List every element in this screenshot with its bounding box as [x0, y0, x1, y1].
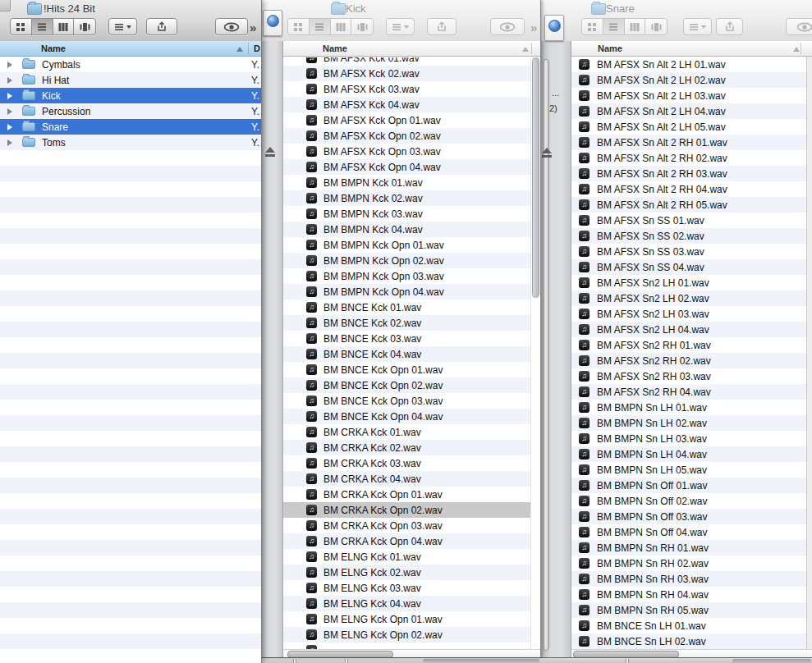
vertical-scrollbar-thumb[interactable]: [532, 57, 539, 298]
toolbar-overflow-chevrons[interactable]: »: [250, 21, 256, 34]
file-row[interactable]: ♫BM BMPN Kck Opn 03.wav: [283, 268, 540, 284]
vertical-scrollbar-track[interactable]: [806, 57, 812, 649]
vertical-scrollbar-track[interactable]: [530, 57, 540, 649]
file-row[interactable]: ♫BM AFSX Sn Alt 2 LH 03.wav: [571, 88, 812, 103]
file-row[interactable]: ♫BM CRKA Kck Opn 04.wav: [283, 533, 540, 549]
file-row-partial[interactable]: ♫: [283, 642, 540, 649]
file-row[interactable]: ♫BM CRKA Kck Opn 01.wav: [283, 487, 540, 502]
file-row[interactable]: ♫BM AFSX Sn SS 01.wav: [571, 213, 812, 228]
file-row[interactable]: ♫BM CRKA Kck Opn 02.wav: [283, 502, 540, 518]
file-row[interactable]: ♫BM BMPN Sn RH 04.wav: [571, 587, 812, 602]
file-row[interactable]: ♫BM AFSX Sn2 LH 04.wav: [571, 322, 812, 337]
column-separator[interactable]: [531, 43, 532, 54]
file-row[interactable]: ♫BM BMPN Sn RH 03.wav: [571, 571, 812, 587]
file-row[interactable]: ♫BM BMPN Sn RH 01.wav: [571, 540, 812, 556]
column-view-button[interactable]: [53, 19, 75, 34]
name-column-header[interactable]: Name: [283, 41, 540, 57]
file-row[interactable]: ♫BM BMPN Sn RH 02.wav: [571, 556, 812, 571]
file-row[interactable]: ♫BM BMPN Kck Opn 04.wav: [283, 284, 540, 299]
file-row[interactable]: ♫BM ELNG Kck Opn 02.wav: [283, 627, 540, 642]
arrange-button[interactable]: [386, 18, 415, 35]
file-row[interactable]: ♫BM BMPN Kck 02.wav: [283, 190, 540, 206]
file-row[interactable]: ♫BM CRKA Kck Opn 03.wav: [283, 518, 540, 533]
arrange-button[interactable]: [108, 18, 137, 35]
file-row[interactable]: ♫BM AFSX Kck 01.wav: [283, 57, 540, 66]
file-row[interactable]: ♫BM AFSX Sn Alt 2 RH 01.wav: [571, 135, 812, 150]
file-row[interactable]: ♫BM AFSX Sn2 RH 04.wav: [571, 384, 812, 400]
horizontal-scrollbar-thumb[interactable]: [287, 651, 393, 657]
file-row[interactable]: ♫BM BMPN Sn Off 03.wav: [571, 509, 812, 524]
list-view-button[interactable]: [603, 19, 625, 34]
kick-titlebar[interactable]: Kick »: [261, 0, 540, 42]
disclosure-triangle-icon[interactable]: [7, 93, 12, 99]
file-row[interactable]: ♫BM BMPN Sn Off 01.wav: [571, 478, 812, 493]
folder-row[interactable]: PercussionY...: [0, 103, 261, 119]
file-row[interactable]: ♫BM BMPN Sn LH 04.wav: [571, 446, 812, 462]
file-row[interactable]: ♫BM BNCE Kck 01.wav: [283, 299, 540, 315]
snare-titlebar[interactable]: Snare: [540, 0, 812, 42]
file-row[interactable]: ♫BM AFSX Sn2 LH 01.wav: [571, 275, 812, 290]
file-row[interactable]: ♫BM AFSX Sn2 RH 02.wav: [571, 353, 812, 368]
quick-look-button[interactable]: [490, 18, 525, 35]
file-row[interactable]: ♫BM AFSX Kck Opn 03.wav: [283, 144, 540, 159]
column-view-button[interactable]: [625, 19, 646, 34]
file-row[interactable]: ♫BM BMPN Sn LH 02.wav: [571, 415, 812, 431]
file-row[interactable]: ♫BM AFSX Kck Opn 02.wav: [283, 128, 540, 144]
file-row[interactable]: ♫BM AFSX Sn SS 03.wav: [571, 244, 812, 259]
file-row[interactable]: ♫BM AFSX Sn Alt 2 LH 02.wav: [571, 72, 812, 88]
list-view-button[interactable]: [310, 19, 331, 34]
file-row[interactable]: ♫BM BMPN Sn LH 01.wav: [571, 400, 812, 415]
file-row[interactable]: ♫BM AFSX Kck 02.wav: [283, 66, 540, 81]
column-separator[interactable]: [248, 43, 249, 54]
name-column-header[interactable]: Name D: [0, 41, 261, 57]
file-row[interactable]: ♫BM BMPN Sn LH 03.wav: [571, 431, 812, 446]
disclosure-triangle-icon[interactable]: [7, 62, 12, 68]
file-row[interactable]: ♫BM BMPN Kck Opn 02.wav: [283, 253, 540, 268]
file-row[interactable]: ♫BM BMPN Sn Off 04.wav: [571, 524, 812, 540]
file-row[interactable]: ♫BM AFSX Sn Alt 2 RH 02.wav: [571, 150, 812, 166]
file-row[interactable]: ♫BM ELNG Kck 03.wav: [283, 580, 540, 596]
file-row[interactable]: ♫BM AFSX Sn Alt 2 LH 04.wav: [571, 103, 812, 119]
disclosure-triangle-icon[interactable]: [7, 77, 12, 84]
file-row[interactable]: ♫BM BNCE Kck Opn 01.wav: [283, 362, 540, 377]
file-row[interactable]: ♫BM BNCE Sn LH 02.wav: [571, 633, 812, 649]
file-row[interactable]: ♫BM BNCE Kck 04.wav: [283, 346, 540, 362]
file-row[interactable]: ♫BM BMPN Sn Off 02.wav: [571, 493, 812, 509]
file-row[interactable]: ♫BM BNCE Kck Opn 03.wav: [283, 393, 540, 409]
disclosure-triangle-icon[interactable]: [7, 124, 12, 130]
file-row[interactable]: ♫BM AFSX Kck 03.wav: [283, 81, 540, 97]
quick-look-button[interactable]: [215, 18, 248, 35]
folder-row[interactable]: TomsY...: [0, 135, 261, 150]
file-row[interactable]: ♫BM BMPN Kck 03.wav: [283, 206, 540, 222]
name-column-header[interactable]: Name: [571, 41, 812, 57]
share-button[interactable]: [716, 18, 743, 35]
folder-row[interactable]: SnareY...: [0, 119, 261, 135]
horizontal-scrollbar[interactable]: [283, 649, 540, 657]
file-row[interactable]: ♫BM AFSX Sn Alt 2 RH 05.wav: [571, 197, 812, 213]
column-view-button[interactable]: [331, 19, 352, 34]
coverflow-view-button[interactable]: [645, 19, 667, 34]
file-row[interactable]: ♫BM AFSX Kck 04.wav: [283, 97, 540, 112]
file-row[interactable]: ♫BM BNCE Sn LH 01.wav: [571, 618, 812, 633]
eject-icon[interactable]: [264, 147, 275, 157]
file-row[interactable]: ♫BM AFSX Sn Alt 2 RH 03.wav: [571, 166, 812, 181]
horizontal-scrollbar[interactable]: [571, 649, 812, 657]
file-row[interactable]: ♫BM BMPN Sn LH 05.wav: [571, 462, 812, 478]
file-row[interactable]: ♫BM BNCE Kck Opn 04.wav: [283, 409, 540, 424]
file-row[interactable]: ♫BM AFSX Sn2 RH 01.wav: [571, 337, 812, 353]
icon-view-button[interactable]: [288, 19, 310, 34]
file-row[interactable]: ♫BM CRKA Kck 04.wav: [283, 471, 540, 487]
file-row[interactable]: ♫BM AFSX Sn Alt 2 LH 05.wav: [571, 119, 812, 135]
file-row[interactable]: ♫BM AFSX Kck Opn 01.wav: [283, 112, 540, 128]
disclosure-triangle-icon[interactable]: [7, 108, 12, 115]
hits-titlebar[interactable]: !Hits 24 Bit »: [0, 0, 261, 42]
file-row[interactable]: ♫BM BMPN Kck Opn 01.wav: [283, 237, 540, 253]
share-button[interactable]: [146, 18, 177, 35]
horizontal-scrollbar-thumb[interactable]: [573, 651, 679, 657]
file-row[interactable]: ♫BM ELNG Kck Opn 01.wav: [283, 611, 540, 627]
file-row[interactable]: ♫BM BMPN Kck 04.wav: [283, 222, 540, 237]
coverflow-view-button[interactable]: [74, 19, 95, 34]
file-row[interactable]: ♫BM ELNG Kck 01.wav: [283, 549, 540, 565]
column-separator[interactable]: [801, 43, 801, 54]
share-button[interactable]: [427, 18, 456, 35]
